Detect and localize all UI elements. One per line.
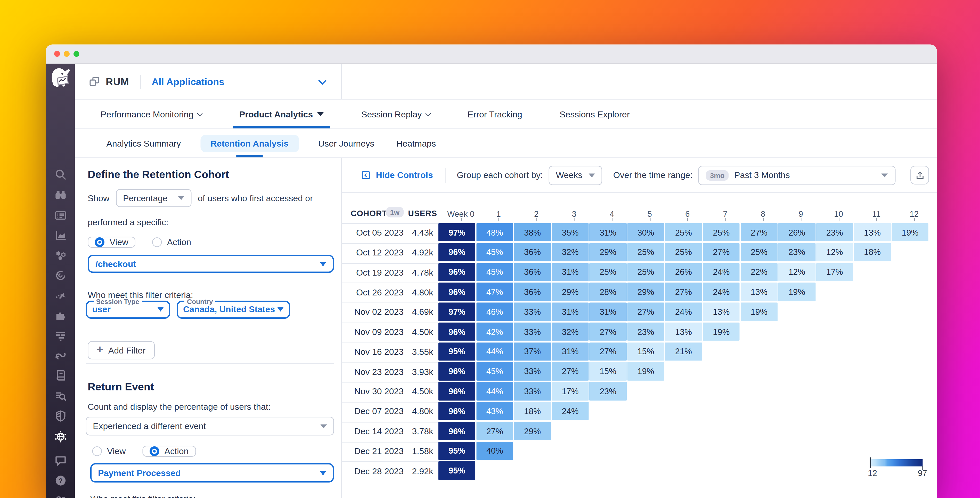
infrastructure-hexagons-icon[interactable]: [54, 249, 67, 262]
retention-cell: 13%: [854, 223, 891, 241]
radio-action[interactable]: Action: [143, 446, 196, 457]
tab-product-analytics[interactable]: Product Analytics: [238, 100, 325, 129]
cohort-users: 4.78k: [404, 268, 433, 278]
subtab-user-journeys[interactable]: User Journeys: [316, 134, 377, 152]
retention-cell: 25%: [590, 263, 627, 281]
radio-label: View: [110, 238, 129, 247]
apm-icon[interactable]: [54, 269, 67, 282]
retention-cell: 96%: [438, 382, 475, 401]
retention-cell: 95%: [438, 342, 475, 361]
chevron-down-icon: [318, 77, 326, 85]
show-metric-value: Percentage: [123, 193, 168, 203]
heatmap-controls-bar: Hide Controls Group each cohort by: Week…: [342, 158, 937, 193]
rum-overlapping-squares-icon: [89, 76, 101, 88]
cohort-date: Nov 16 2023: [342, 347, 404, 357]
product-title: RUM: [106, 76, 129, 88]
security-shield-icon[interactable]: [54, 409, 67, 423]
app-window: ? RUM All Applic: [46, 45, 937, 498]
controls-divider: [445, 168, 445, 183]
return-event-title: Return Event: [88, 381, 154, 393]
column-tick: [801, 218, 802, 221]
retention-cell: 96%: [438, 362, 475, 381]
cohort-row: Nov 30 20234.50k96%44%33%17%23%: [342, 382, 937, 401]
add-filter-button[interactable]: + Add Filter: [88, 342, 154, 359]
cohort-event-type-radio-group: ViewAction: [88, 237, 208, 248]
retention-cell: 23%: [778, 243, 815, 262]
tab-sessions-explorer[interactable]: Sessions Explorer: [558, 100, 631, 129]
retention-cell: 18%: [854, 243, 891, 262]
country-filter-select[interactable]: Country Canada, United States: [177, 297, 290, 319]
radio-dot-icon: [92, 446, 102, 456]
radio-action[interactable]: Action: [152, 238, 191, 247]
subtab-retention-analysis[interactable]: Retention Analysis: [200, 134, 299, 152]
tab-session-replay[interactable]: Session Replay: [360, 100, 431, 129]
cohort-date: Nov 02 2023: [342, 307, 404, 317]
application-selector[interactable]: All Applications: [152, 76, 341, 87]
main-nav: Performance MonitoringProduct AnalyticsS…: [75, 100, 937, 129]
rum-globe-icon[interactable]: [54, 430, 67, 444]
cohort-row: Nov 09 20234.50k96%42%33%32%27%23%13%19%: [342, 322, 937, 341]
retention-cell: 44%: [476, 382, 513, 401]
log-explorer-icon[interactable]: [54, 389, 67, 403]
show-metric-select[interactable]: Percentage: [116, 189, 191, 207]
performance-gauge-icon[interactable]: [54, 289, 67, 302]
column-tick: [763, 218, 764, 221]
retention-cell: 29%: [627, 283, 664, 301]
retention-cell: 42%: [476, 322, 513, 341]
cohort-row-labels: Oct 26 20234.80k: [342, 283, 438, 301]
cohort-users: 2.92k: [404, 466, 433, 476]
show-suffix-text-2: performed a specific:: [88, 217, 169, 227]
subtab-analytics-summary[interactable]: Analytics Summary: [104, 134, 184, 152]
watchdog-binoculars-icon[interactable]: [54, 188, 67, 202]
return-event-select[interactable]: Payment Processed: [90, 463, 334, 482]
group-by-select[interactable]: Weeks: [549, 165, 603, 185]
ci-pipelines-icon[interactable]: [54, 350, 67, 363]
close-window-button[interactable]: [54, 51, 60, 57]
help-icon[interactable]: ?: [54, 474, 67, 487]
session-type-filter-select[interactable]: Session Type user: [86, 297, 170, 319]
retention-cell: 45%: [476, 263, 513, 281]
minimize-window-button[interactable]: [64, 51, 70, 57]
retention-cell: 22%: [741, 263, 778, 281]
feedback-chat-icon[interactable]: [54, 454, 67, 468]
integrations-puzzle-icon[interactable]: [54, 309, 67, 322]
zoom-window-button[interactable]: [73, 51, 80, 57]
dashboards-icon[interactable]: [54, 209, 67, 222]
log-pipelines-icon[interactable]: [54, 329, 67, 342]
tab-error-tracking[interactable]: Error Tracking: [466, 100, 523, 129]
retention-cell: 33%: [514, 362, 551, 381]
group-by-label: Group each cohort by:: [457, 170, 543, 180]
color-scale-legend: 12 97: [870, 459, 923, 466]
notebooks-icon[interactable]: [54, 369, 67, 382]
column-tick: [461, 218, 461, 221]
retention-cell: 36%: [514, 243, 551, 262]
caret-down-icon: [158, 307, 164, 312]
cohort-event-select[interactable]: /checkout: [88, 255, 334, 273]
add-filter-label: Add Filter: [108, 345, 145, 355]
search-icon[interactable]: [54, 168, 67, 182]
cohort-row-labels: Nov 23 20233.93k: [342, 362, 438, 381]
organization-users-icon[interactable]: [54, 494, 67, 498]
cohort-row: Oct 26 20234.80k96%47%36%29%28%29%27%24%…: [342, 283, 937, 301]
return-event-mode-select[interactable]: Experienced a different event: [86, 417, 334, 436]
subtab-heatmaps[interactable]: Heatmaps: [394, 134, 439, 152]
retention-cell: 96%: [438, 422, 475, 440]
retention-cell: 27%: [703, 243, 740, 262]
week-column-header: 5: [631, 210, 668, 219]
metrics-chart-icon[interactable]: [54, 228, 67, 242]
time-range-select[interactable]: 3mo Past 3 Months: [698, 165, 896, 185]
tab-performance-monitoring[interactable]: Performance Monitoring: [99, 100, 203, 129]
retention-cell: 13%: [703, 303, 740, 321]
column-tick: [839, 218, 840, 221]
hide-controls-button[interactable]: Hide Controls: [361, 170, 433, 180]
radio-view[interactable]: View: [92, 446, 126, 456]
cohort-row-labels: Nov 30 20234.50k: [342, 382, 438, 401]
retention-cell: 95%: [438, 442, 475, 460]
retention-cell: 12%: [816, 243, 853, 262]
export-button[interactable]: [910, 166, 929, 185]
cohort-date: Dec 21 2023: [342, 446, 404, 456]
retention-cell: 23%: [816, 223, 853, 241]
radio-view[interactable]: View: [88, 237, 135, 248]
cohort-users: 4.80k: [404, 407, 433, 417]
cohort-date: Oct 19 2023: [342, 268, 404, 278]
